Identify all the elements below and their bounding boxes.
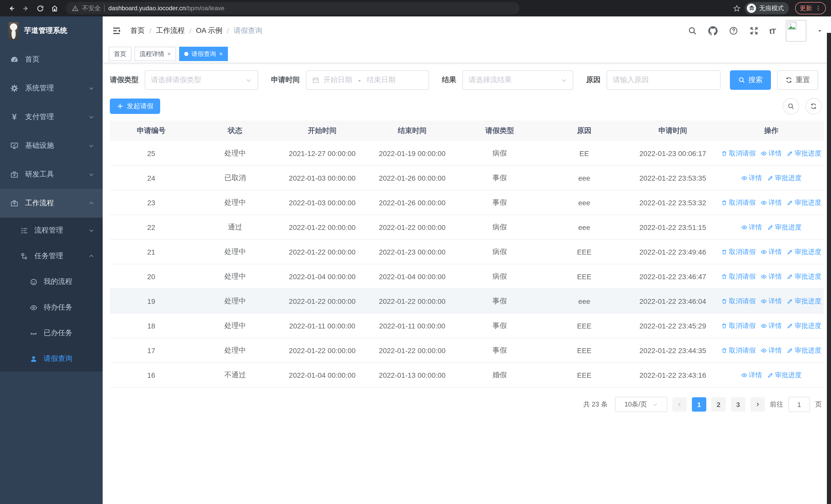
- action-progress-link[interactable]: 审批进度: [787, 296, 821, 306]
- refresh-table-button[interactable]: [805, 98, 822, 114]
- forward-button[interactable]: [20, 2, 32, 14]
- action-detail-link[interactable]: 详情: [741, 223, 762, 232]
- action-cancel-link[interactable]: 取消请假: [721, 296, 755, 306]
- cell-start-time: 2022-01-22 00:00:00: [278, 297, 367, 305]
- action-label: 详情: [768, 346, 782, 355]
- table-row: 24 已取消 2022-01-03 00:00:00 2022-01-26 00…: [110, 166, 824, 190]
- sidebar-item-task-management[interactable]: 任务管理: [0, 243, 103, 269]
- edit-pen-icon: [767, 372, 773, 378]
- action-progress-link[interactable]: 审批进度: [787, 346, 821, 355]
- action-detail-link[interactable]: 详情: [761, 272, 782, 281]
- page-size-select[interactable]: 10条/页: [615, 397, 667, 412]
- table-row: 16 不通过 2022-01-04 00:00:00 2022-01-13 00…: [110, 363, 824, 387]
- fullscreen-button[interactable]: [749, 26, 759, 36]
- column-header-applied: 申请时间: [627, 126, 719, 136]
- cell-leave-type: 事假: [458, 321, 542, 330]
- breadcrumb-oa-example[interactable]: OA 示例: [196, 26, 223, 35]
- prev-page-button[interactable]: [672, 397, 687, 412]
- update-button[interactable]: 更新: [795, 2, 826, 14]
- sidebar-collapse-button[interactable]: [111, 25, 122, 36]
- sidebar-item-label: 已办任务: [44, 328, 73, 338]
- sidebar-item-payment[interactable]: ¥ 支付管理: [0, 102, 103, 131]
- bookmark-button[interactable]: [730, 2, 743, 14]
- input-placeholder: 请输入原因: [613, 76, 649, 85]
- action-progress-link[interactable]: 审批进度: [767, 223, 801, 232]
- action-detail-link[interactable]: 详情: [761, 198, 782, 207]
- page-button-2[interactable]: 2: [711, 397, 726, 412]
- font-size-button[interactable]: tT: [769, 26, 776, 35]
- apply-time-range-picker[interactable]: 开始日期 - 结束日期: [306, 70, 429, 90]
- user-menu-caret[interactable]: [816, 28, 823, 34]
- home-button[interactable]: [48, 2, 61, 14]
- help-button[interactable]: [728, 26, 739, 36]
- search-label: 搜索: [748, 76, 763, 85]
- reset-button[interactable]: 重置: [777, 70, 818, 90]
- action-progress-link[interactable]: 审批进度: [787, 321, 821, 330]
- action-progress-link[interactable]: 审批进度: [767, 370, 801, 380]
- tab-home[interactable]: 首页: [109, 47, 132, 61]
- action-detail-link[interactable]: 详情: [741, 370, 762, 380]
- action-cancel-link[interactable]: 取消请假: [721, 247, 755, 256]
- page-button-1[interactable]: 1: [692, 397, 706, 412]
- breadcrumb-home[interactable]: 首页: [131, 26, 145, 35]
- reason-input[interactable]: 请输入原因: [607, 70, 721, 90]
- action-label: 取消请假: [729, 149, 755, 158]
- sidebar-item-system[interactable]: 系统管理: [0, 74, 103, 102]
- action-progress-link[interactable]: 审批进度: [787, 149, 821, 158]
- action-cancel-link[interactable]: 取消请假: [721, 198, 755, 207]
- tab-process-detail[interactable]: 流程详情 ×: [135, 47, 176, 61]
- column-header-type: 请假类型: [458, 126, 542, 136]
- action-cancel-link[interactable]: 取消请假: [721, 346, 755, 355]
- back-button[interactable]: [5, 2, 18, 14]
- app-logo[interactable]: 芋道管理系统: [0, 17, 103, 45]
- sidebar-item-done-tasks[interactable]: 已办任务: [0, 320, 103, 346]
- sidebar-item-process-management[interactable]: 流程管理: [0, 217, 103, 243]
- sidebar-item-home[interactable]: 首页: [0, 45, 103, 74]
- action-detail-link[interactable]: 详情: [761, 247, 782, 256]
- row-actions: 取消请假详情审批进度: [719, 198, 824, 207]
- sidebar-item-todo-tasks[interactable]: 待办任务: [0, 295, 103, 320]
- fold-icon: [112, 26, 121, 35]
- search-button[interactable]: [687, 26, 697, 36]
- create-leave-button[interactable]: 发起请假: [110, 98, 160, 114]
- action-progress-link[interactable]: 审批进度: [767, 173, 801, 182]
- trash-icon: [721, 347, 727, 353]
- toggle-search-button[interactable]: [783, 98, 799, 114]
- action-detail-link[interactable]: 详情: [741, 173, 762, 182]
- action-detail-link[interactable]: 详情: [761, 296, 782, 306]
- action-cancel-link[interactable]: 取消请假: [721, 321, 755, 330]
- close-icon[interactable]: ×: [219, 50, 223, 58]
- search-button-form[interactable]: 搜索: [730, 70, 771, 90]
- action-label: 取消请假: [729, 272, 755, 281]
- action-progress-link[interactable]: 审批进度: [787, 198, 821, 207]
- avatar[interactable]: [786, 20, 806, 41]
- sidebar-item-leave-query[interactable]: 请假查询: [0, 346, 103, 372]
- gear-icon: [10, 84, 19, 92]
- action-label: 详情: [768, 247, 782, 256]
- sidebar-item-infrastructure[interactable]: 基础设施: [0, 131, 103, 160]
- action-progress-link[interactable]: 审批进度: [787, 247, 821, 256]
- goto-page-input[interactable]: 1: [789, 397, 810, 412]
- address-bar[interactable]: 不安全 dashboard.yudao.iocoder.cn/bpm/oa/le…: [66, 2, 519, 14]
- kebab-menu-icon[interactable]: [815, 5, 821, 11]
- browser-scrollbar[interactable]: [827, 33, 831, 504]
- action-detail-link[interactable]: 详情: [761, 321, 782, 330]
- next-page-button[interactable]: [750, 397, 765, 412]
- action-cancel-link[interactable]: 取消请假: [721, 149, 755, 158]
- reload-button[interactable]: [34, 2, 46, 14]
- github-button[interactable]: [708, 26, 718, 36]
- action-detail-link[interactable]: 详情: [761, 346, 782, 355]
- header: 首页 / 工作流程 / OA 示例 / 请假查询: [103, 17, 831, 45]
- page-button-3[interactable]: 3: [731, 397, 745, 412]
- action-detail-link[interactable]: 详情: [761, 149, 782, 158]
- close-icon[interactable]: ×: [167, 50, 171, 58]
- sidebar-item-devtools[interactable]: 研发工具: [0, 160, 103, 189]
- sidebar-item-my-process[interactable]: 我的流程: [0, 269, 103, 295]
- leave-type-select[interactable]: 请选择请假类型: [145, 70, 258, 90]
- result-select[interactable]: 请选择流结果: [462, 70, 573, 90]
- tab-leave-query[interactable]: 请假查询 ×: [179, 47, 228, 61]
- sidebar-item-workflow[interactable]: 工作流程: [0, 189, 103, 217]
- action-progress-link[interactable]: 审批进度: [787, 272, 821, 281]
- action-cancel-link[interactable]: 取消请假: [721, 272, 755, 281]
- breadcrumb-workflow[interactable]: 工作流程: [156, 26, 185, 35]
